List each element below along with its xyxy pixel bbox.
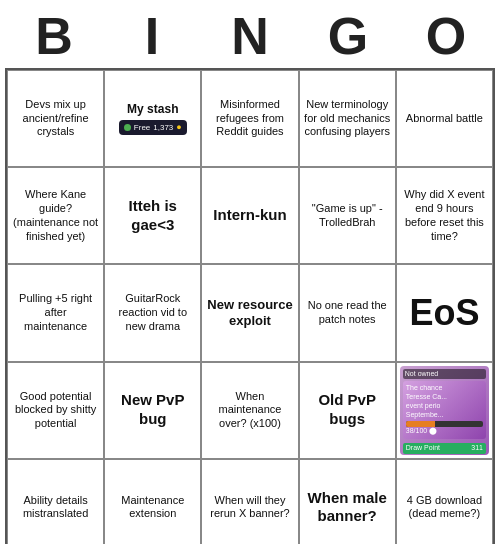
cell-text-r3c1: New PvP bug [109,391,196,429]
cell-r1c0: Where Kane guide? (maintenance not finis… [7,167,104,264]
cell-r2c0: Pulling +5 right after maintenance [7,264,104,361]
cell-text-r2c2: New resource exploit [206,297,293,330]
cell-r0c2: Misinformed refugees from Reddit guides [201,70,298,167]
cell-r2c4: EoS [396,264,493,361]
cell-text-r4c4: 4 GB download (dead meme?) [401,494,488,522]
coin-icon: ● [176,122,181,133]
cell-r1c4: Why did X event end 9 hours before reset… [396,167,493,264]
cell-text-r3c0: Good potential blocked by shitty potenti… [12,390,99,431]
mystash-title: My stash [127,102,178,117]
cell-r4c3: When male banner? [299,459,396,544]
draw-label: Draw Point [406,444,440,453]
pvp-draw-button: Draw Point 311 [403,443,486,454]
letter-o: O [406,6,486,66]
cell-text-r3c3: Old PvP bugs [304,391,391,429]
cell-r1c3: "Game is up" -TrolledBrah [299,167,396,264]
cell-text-r4c3: When male banner? [304,489,391,527]
cell-text-r1c0: Where Kane guide? (maintenance not finis… [12,188,99,243]
pvp-not-owned: Not owned [403,369,486,380]
cell-r2c1: GuitarRock reaction vid to new drama [104,264,201,361]
cell-r3c2: When maintenance over? (x100) [201,362,298,459]
cell-r3c0: Good potential blocked by shitty potenti… [7,362,104,459]
cell-text-r4c2: When will they rerun X banner? [206,494,293,522]
cell-text-r4c1: Maintenance extension [109,494,196,522]
eos-text: EoS [409,290,479,335]
cell-r4c4: 4 GB download (dead meme?) [396,459,493,544]
pvp-chance-text: The chanceTeresse Ca...event perioSeptem… [406,384,483,419]
bingo-grid: Devs mix up ancient/refine crystals My s… [5,68,495,544]
draw-count: 311 [471,444,483,453]
cell-text-r3c2: When maintenance over? (x100) [206,390,293,431]
cell-text-r2c1: GuitarRock reaction vid to new drama [109,292,196,333]
cell-r0c0: Devs mix up ancient/refine crystals [7,70,104,167]
cell-text-r1c2: Intern-kun [213,206,286,225]
cell-r3c1: New PvP bug [104,362,201,459]
letter-b: B [14,6,94,66]
cell-text-r0c2: Misinformed refugees from Reddit guides [206,98,293,139]
cell-r1c1: Itteh is gae<3 [104,167,201,264]
cell-text-r2c3: No one read the patch notes [304,299,391,327]
letter-n: N [210,6,290,66]
cell-text-r1c1: Itteh is gae<3 [109,197,196,235]
cell-text-r4c0: Ability details mistranslated [12,494,99,522]
cell-r1c2: Intern-kun [201,167,298,264]
pvp-image-box: The chanceTeresse Ca...event perioSeptem… [403,381,486,439]
cell-r3c3: Old PvP bugs [299,362,396,459]
mystash-number: 1,373 [153,123,173,133]
cell-text-r2c0: Pulling +5 right after maintenance [12,292,99,333]
cell-text-r0c4: Abnormal battle [406,112,483,126]
cell-r0c4: Abnormal battle [396,70,493,167]
cell-text-r0c3: New terminology for old mechanics confus… [304,98,391,139]
cell-r0c1: My stash Free 1,373 ● [104,70,201,167]
cell-r0c3: New terminology for old mechanics confus… [299,70,396,167]
cell-r3c4: Not owned The chanceTeresse Ca...event p… [396,362,493,459]
bingo-title: B I N G O [5,0,495,68]
letter-g: G [308,6,388,66]
cell-text-r0c0: Devs mix up ancient/refine crystals [12,98,99,139]
mystash-label: Free [134,123,150,133]
cell-text-r1c4: Why did X event end 9 hours before reset… [401,188,488,243]
cell-r4c1: Maintenance extension [104,459,201,544]
cell-r2c2: New resource exploit [201,264,298,361]
pvp-count: 38/100 ⬤ [406,427,483,436]
cell-r2c3: No one read the patch notes [299,264,396,361]
cell-r4c2: When will they rerun X banner? [201,459,298,544]
cell-text-r1c3: "Game is up" -TrolledBrah [304,202,391,230]
mystash-bar: Free 1,373 ● [119,120,187,135]
pvp-image-container: Not owned The chanceTeresse Ca...event p… [400,366,489,455]
letter-i: I [112,6,192,66]
cell-r4c0: Ability details mistranslated [7,459,104,544]
online-dot [124,124,131,131]
